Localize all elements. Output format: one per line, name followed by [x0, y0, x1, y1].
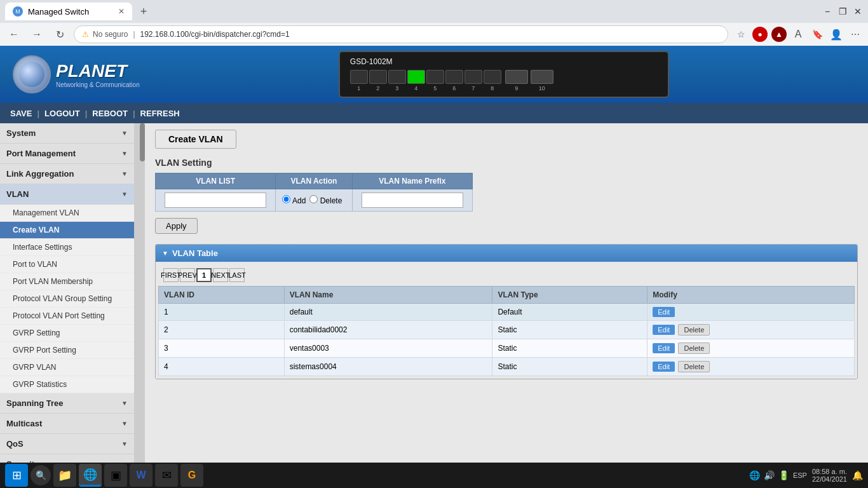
edit-button-3[interactable]: Edit	[653, 343, 675, 353]
vlan-data-table: VLAN ID VLAN Name VLAN Type Modify 1 def…	[158, 286, 855, 376]
reload-button[interactable]: ↻	[51, 25, 69, 43]
delete-button-3[interactable]: Delete	[678, 342, 710, 354]
table-row: 3 ventas0003 Static Edit Delete	[159, 339, 855, 358]
start-button[interactable]: ⊞	[5, 464, 28, 487]
sidebar-port-mgmt-arrow: ▼	[121, 150, 128, 157]
tab-close-button[interactable]: ✕	[118, 7, 125, 16]
taskbar-app-mail[interactable]: ✉	[155, 464, 178, 487]
delete-button-4[interactable]: Delete	[678, 361, 710, 372]
extensions-menu-icon[interactable]: ⋯	[848, 27, 863, 42]
back-button[interactable]: ←	[5, 25, 23, 43]
sidebar-vlan-arrow: ▼	[121, 191, 128, 198]
sidebar-sub-port-to-vlan[interactable]: Port to VLAN	[0, 256, 139, 273]
pagination-next[interactable]: NEXT	[213, 268, 228, 282]
sidebar-sub-gvrp-vlan[interactable]: GVRP VLAN	[0, 359, 139, 376]
sidebar-sub-protocol-vlan-group[interactable]: Protocol VLAN Group Setting	[0, 290, 139, 308]
sidebar-sub-gvrp-statistics[interactable]: GVRP Statistics	[0, 376, 139, 393]
switch-model: GSD-1002M	[350, 57, 658, 66]
maximize-button[interactable]: ❐	[837, 6, 848, 17]
vlan-list-input[interactable]	[165, 193, 266, 208]
battery-icon[interactable]: 🔋	[778, 470, 789, 480]
minimize-button[interactable]: −	[822, 6, 832, 17]
browser-tab[interactable]: M Managed Switch ✕	[5, 3, 132, 20]
apply-button[interactable]: Apply	[155, 218, 198, 234]
sidebar-sub-gvrp-setting[interactable]: GVRP Setting	[0, 325, 139, 342]
sidebar-sub-gvrp-port-setting[interactable]: GVRP Port Setting	[0, 342, 139, 359]
vlan-setting-title: VLAN Setting	[155, 158, 858, 168]
table-row: 2 contabilidad0002 Static Edit Delete	[159, 321, 855, 339]
forward-button[interactable]: →	[28, 25, 46, 43]
taskbar-app-g[interactable]: G	[180, 464, 203, 487]
sidebar-port-mgmt-label: Port Management	[6, 149, 76, 158]
taskbar-app-browser[interactable]: 🌐	[79, 464, 102, 487]
pagination-first[interactable]: FIRST	[163, 268, 179, 282]
th-vlan-id: VLAN ID	[159, 287, 285, 304]
keyboard-layout-icon[interactable]: ESP	[793, 471, 807, 479]
taskbar-app-terminal[interactable]: ▣	[104, 464, 127, 487]
edit-button-1[interactable]: Edit	[653, 307, 675, 317]
edit-button-2[interactable]: Edit	[653, 325, 675, 335]
delete-button-2[interactable]: Delete	[678, 324, 710, 336]
reboot-menu-item[interactable]: REBOOT	[92, 109, 128, 118]
sidebar-sub-interface-settings[interactable]: Interface Settings	[0, 239, 139, 256]
sidebar-item-port-management[interactable]: Port Management ▼	[0, 144, 134, 164]
sidebar-sub-management-vlan[interactable]: Management VLAN	[0, 205, 139, 222]
save-menu-item[interactable]: SAVE	[10, 109, 32, 118]
port-8	[484, 70, 501, 84]
extension-icon1[interactable]: ●	[752, 27, 768, 42]
th-vlan-name: VLAN Name	[284, 287, 492, 304]
pagination-last[interactable]: LAST	[229, 268, 245, 282]
pagination: FIRST PREV 1 NEXT LAST	[163, 268, 850, 282]
translate-icon[interactable]: A	[790, 27, 806, 42]
sidebar-link-agg-label: Link Aggregation	[6, 169, 74, 179]
sidebar-item-multicast[interactable]: Multicast ▼	[0, 414, 134, 434]
pagination-prev[interactable]: PREV	[180, 268, 195, 282]
create-vlan-button[interactable]: Create VLAN	[155, 130, 236, 149]
vlan-name-2: contabilidad0002	[284, 321, 492, 339]
close-window-button[interactable]: ✕	[853, 6, 863, 17]
taskbar-clock[interactable]: 08:58 a. m. 22/04/2021	[812, 468, 847, 483]
url-bar[interactable]: ⚠ No seguro | 192.168.0.100/cgi-bin/disp…	[74, 25, 728, 43]
url-warning-text: No seguro	[93, 30, 128, 39]
port-4	[407, 70, 425, 84]
vlan-name-prefix-input[interactable]	[362, 193, 463, 208]
sidebar-sub-create-vlan[interactable]: Create VLAN	[0, 222, 139, 239]
vlan-name-4: sistemas0004	[284, 358, 492, 376]
radio-add[interactable]	[282, 195, 290, 203]
logout-menu-item[interactable]: LOGOUT	[44, 109, 80, 118]
logo-sub: Networking & Communication	[56, 81, 140, 88]
pagination-page1[interactable]: 1	[196, 268, 212, 282]
profile-icon[interactable]: 👤	[829, 27, 844, 42]
notification-button[interactable]: 🔔	[852, 470, 863, 480]
sidebar-system-label: System	[6, 128, 36, 138]
vlan-modify-4: Edit Delete	[648, 358, 855, 376]
app-header: PLANET Networking & Communication GSD-10…	[0, 46, 868, 103]
extension-icon2[interactable]: ▲	[771, 27, 787, 42]
vlan-name-3: ventas0003	[284, 339, 492, 358]
bookmarks-icon[interactable]: 🔖	[810, 27, 825, 42]
vlan-table-header[interactable]: ▼ VLAN Table	[156, 245, 857, 262]
edit-button-4[interactable]: Edit	[653, 362, 675, 372]
refresh-menu-item[interactable]: REFRESH	[140, 109, 180, 118]
vlan-action-radio-group: Add Delete	[282, 195, 345, 205]
sidebar-item-link-aggregation[interactable]: Link Aggregation ▼	[0, 164, 134, 184]
volume-icon[interactable]: 🔊	[764, 470, 775, 480]
sidebar-multicast-label: Multicast	[6, 419, 42, 428]
sidebar-item-system[interactable]: System ▼	[0, 123, 134, 144]
sidebar-sub-port-vlan-membership[interactable]: Port VLAN Membership	[0, 273, 139, 290]
tab-title: Managed Switch	[28, 7, 89, 17]
sidebar-sub-protocol-vlan-port[interactable]: Protocol VLAN Port Setting	[0, 308, 139, 325]
taskbar-app-word[interactable]: W	[130, 464, 153, 487]
network-icon[interactable]: 🌐	[749, 470, 760, 480]
sidebar-item-spanning-tree[interactable]: Spanning Tree ▼	[0, 393, 134, 414]
radio-delete-label: Delete	[309, 195, 342, 205]
star-icon[interactable]: ☆	[733, 27, 749, 42]
logo-brand: PLANET	[56, 61, 140, 81]
new-tab-button[interactable]: +	[135, 3, 153, 20]
taskbar-search-button[interactable]: 🔍	[31, 465, 51, 485]
sidebar-item-qos[interactable]: QoS ▼	[0, 434, 134, 454]
radio-delete[interactable]	[309, 195, 318, 203]
taskbar-app-filemanager[interactable]: 📁	[53, 464, 76, 487]
taskbar-right: 🌐 🔊 🔋 ESP 08:58 a. m. 22/04/2021 🔔	[749, 468, 863, 483]
sidebar-item-vlan[interactable]: VLAN ▼	[0, 184, 134, 205]
